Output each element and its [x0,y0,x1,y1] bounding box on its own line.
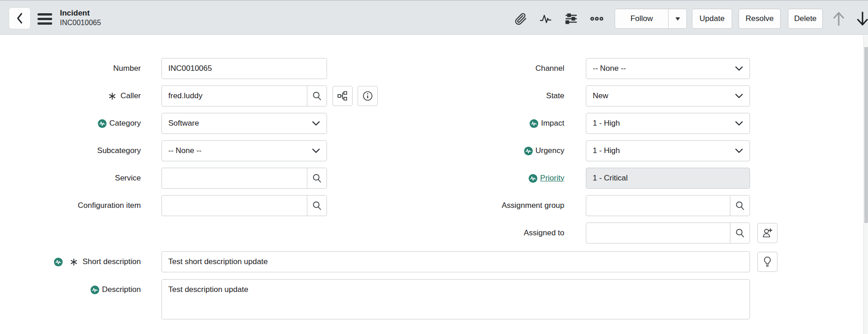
priority-link[interactable]: Priority [540,174,564,183]
person-add-icon [761,227,773,239]
arrow-down-icon [856,11,868,27]
caller-label: Caller [0,85,141,106]
subcategory-select[interactable]: -- None -- [161,140,327,161]
resolve-button[interactable]: Resolve [739,9,781,29]
hamburger-icon [38,13,52,16]
record-number: INC0010065 [60,18,101,28]
service-field [161,168,327,189]
chevron-down-icon [735,93,743,99]
assignment-group-label: Assignment group [436,195,564,216]
search-icon [735,201,745,211]
search-icon [312,201,322,211]
attachment-button[interactable] [511,9,530,28]
short-description-input[interactable] [162,252,750,272]
configuration-item-lookup-button[interactable] [307,196,327,216]
field-status-indicator-icon [524,147,533,155]
service-label: Service [0,168,141,189]
assigned-to-input[interactable] [586,223,730,243]
org-chart-icon [337,90,348,101]
service-input[interactable] [162,168,307,188]
assigned-to-label: Assigned to [436,223,564,244]
update-button[interactable]: Update [692,9,732,29]
field-status-indicator-icon [529,174,537,183]
form-header: Incident INC0010065 Follow Update Resolv… [0,0,868,35]
urgency-select[interactable]: 1 - High [586,140,750,161]
back-button[interactable] [9,7,31,29]
more-options-button[interactable] [587,9,606,28]
suggestion-button[interactable] [757,252,777,272]
subcategory-label: Subcategory [0,140,141,161]
search-icon [312,91,322,101]
field-status-indicator-icon [54,258,63,266]
caret-down-icon [675,16,681,21]
more-dots-icon [590,16,604,22]
channel-select[interactable]: -- None -- [586,58,750,79]
category-select[interactable]: Software [161,113,327,134]
activity-stream-button[interactable] [536,9,555,28]
sliders-icon [564,12,578,26]
short-description-field [161,251,750,272]
priority-label: Priority [436,168,564,189]
follow-button[interactable]: Follow [615,9,668,28]
incident-form-page: Incident INC0010065 Follow Update Resolv… [0,0,868,334]
chevron-down-icon [312,148,320,154]
assignment-group-field [586,195,750,216]
lightbulb-icon [762,256,773,268]
configuration-item-input[interactable] [162,196,307,216]
channel-label: Channel [436,58,564,79]
info-icon [362,90,373,101]
search-icon [312,173,322,183]
paperclip-icon [514,12,528,26]
delete-button[interactable]: Delete [788,9,823,29]
arrow-up-icon [832,11,846,27]
service-lookup-button[interactable] [307,168,327,188]
search-icon [735,228,745,238]
chevron-left-icon [15,12,24,24]
assigned-to-lookup-button[interactable] [730,223,750,243]
pulse-icon [539,12,552,25]
number-label: Number [0,58,141,79]
priority-readonly-field: 1 - Critical [586,168,750,189]
record-title: Incident INC0010065 [60,8,101,28]
urgency-label: Urgency [436,140,564,161]
chevron-down-icon [735,148,743,154]
state-label: State [436,85,564,106]
assigned-to-field [586,223,750,244]
follow-button-group: Follow [615,9,687,29]
context-menu-button[interactable] [37,10,54,27]
field-status-indicator-icon [98,119,107,128]
short-description-label: Short description [0,251,141,272]
chevron-down-icon [735,66,743,71]
assignment-group-lookup-button[interactable] [730,196,750,216]
required-asterisk-icon [70,258,78,266]
scrollbar-thumb[interactable] [864,47,868,223]
impact-label: Impact [436,113,564,134]
assign-to-me-button[interactable] [757,223,777,243]
previous-record-button[interactable] [829,8,849,29]
state-select[interactable]: New [586,85,750,106]
field-status-indicator-icon [91,286,99,294]
required-asterisk-icon [108,92,116,100]
number-input[interactable] [162,58,327,79]
caller-field [161,85,327,106]
caller-preview-button[interactable] [358,86,378,106]
vertical-scrollbar[interactable] [863,35,868,334]
impact-select[interactable]: 1 - High [586,113,750,134]
next-record-button[interactable] [852,8,868,29]
field-status-indicator-icon [530,119,538,128]
configuration-item-field [161,195,327,216]
configuration-item-label: Configuration item [0,195,141,216]
description-textarea[interactable]: Test description update [161,279,750,319]
number-field [161,58,327,79]
caller-lookup-button[interactable] [307,86,327,106]
caller-input[interactable] [162,86,307,106]
assignment-group-input[interactable] [586,196,730,216]
follow-dropdown-button[interactable] [668,9,686,28]
category-label: Category [0,113,141,134]
chevron-down-icon [312,121,320,126]
chevron-down-icon [735,121,743,126]
page-title: Incident [60,8,101,18]
caller-hierarchy-button[interactable] [332,86,353,106]
description-label: Description [0,279,141,300]
personalize-form-button[interactable] [562,9,581,28]
